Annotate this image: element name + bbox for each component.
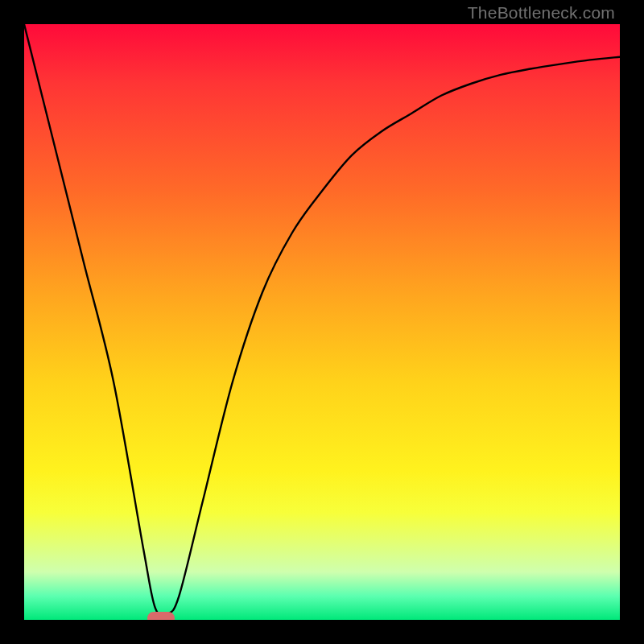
min-marker <box>147 612 175 620</box>
plot-area <box>24 24 620 620</box>
curve-path <box>24 24 620 616</box>
curve-svg <box>24 24 620 620</box>
watermark-text: TheBottleneck.com <box>468 3 615 23</box>
